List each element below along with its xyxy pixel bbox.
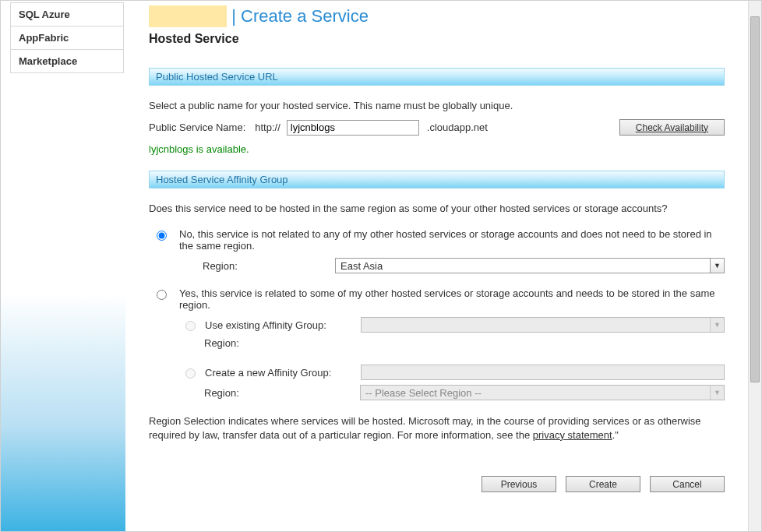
chevron-down-icon: ▼ — [710, 259, 724, 273]
region-label-no: Region: — [179, 260, 335, 272]
page-title: Hosted Service — [149, 32, 725, 46]
region-footnote: Region Selection indicates where service… — [149, 414, 725, 442]
affinity-yes-text: Yes, this service is related to some of … — [179, 287, 725, 311]
affinity-option-yes: Yes, this service is related to some of … — [149, 287, 725, 400]
breadcrumb-highlight — [149, 5, 227, 27]
region-select-no-value: East Asia — [340, 260, 383, 272]
sidebar-item-sql-azure[interactable]: SQL Azure — [11, 3, 123, 26]
affinity-no-text: No, this service is not related to any o… — [179, 228, 725, 252]
wizard-button-bar: Previous Create Cancel — [149, 476, 725, 492]
app-window: SQL Azure AppFabric Marketplace | Create… — [0, 0, 762, 532]
create-button[interactable]: Create — [566, 476, 640, 492]
create-new-region-label: Region: — [179, 387, 360, 399]
scrollbar-thumb[interactable] — [750, 16, 760, 382]
sidebar-item-appfabric[interactable]: AppFabric — [11, 26, 123, 50]
cancel-button[interactable]: Cancel — [650, 476, 725, 492]
url-prefix: http:// — [255, 122, 280, 133]
public-service-name-input[interactable] — [287, 120, 419, 136]
url-suffix: .cloudapp.net — [427, 122, 488, 133]
region-select-no[interactable]: East Asia ▼ — [335, 258, 725, 273]
use-existing-radio[interactable] — [185, 321, 196, 331]
sidebar-gradient — [1, 1, 125, 531]
section-header-affinity: Hosted Service Affinity Group — [149, 171, 725, 188]
check-availability-button[interactable]: Check Availability — [619, 119, 725, 136]
create-new-radio[interactable] — [185, 368, 196, 379]
create-new-name-input — [361, 365, 725, 380]
chevron-down-icon: ▼ — [710, 386, 724, 400]
privacy-statement-link[interactable]: privacy statement — [533, 429, 612, 441]
main-content: | Create a Service Hosted Service Public… — [125, 1, 748, 531]
affinity-option-no: No, this service is not related to any o… — [149, 228, 725, 273]
public-service-name-row: Public Service Name: http:// .cloudapp.n… — [149, 119, 725, 136]
url-description: Select a public name for your hosted ser… — [149, 100, 725, 111]
affinity-radio-yes[interactable] — [157, 290, 167, 300]
availability-message: lyjcnblogs is available. — [149, 143, 725, 155]
use-existing-label: Use existing Affinity Group: — [205, 319, 361, 331]
public-service-name-label: Public Service Name: — [149, 122, 245, 133]
sidebar-item-marketplace[interactable]: Marketplace — [11, 50, 123, 73]
chevron-down-icon: ▼ — [710, 318, 724, 332]
use-existing-region-label: Region: — [179, 337, 335, 349]
breadcrumb: | Create a Service — [149, 5, 725, 27]
sidebar-nav: SQL Azure AppFabric Marketplace — [10, 2, 124, 73]
previous-button[interactable]: Previous — [482, 476, 556, 492]
affinity-radio-no[interactable] — [157, 231, 167, 241]
create-new-region-select: -- Please Select Region -- ▼ — [360, 385, 725, 400]
section-header-url: Public Hosted Service URL — [149, 68, 725, 86]
breadcrumb-tail: | Create a Service — [227, 6, 369, 26]
create-new-label: Create a new Affinity Group: — [205, 367, 361, 379]
footnote-post: ." — [612, 429, 619, 441]
vertical-scrollbar[interactable] — [748, 1, 761, 531]
use-existing-select: ▼ — [361, 317, 725, 333]
create-new-region-value: -- Please Select Region -- — [365, 387, 482, 399]
affinity-question: Does this service need to be hosted in t… — [149, 203, 725, 214]
